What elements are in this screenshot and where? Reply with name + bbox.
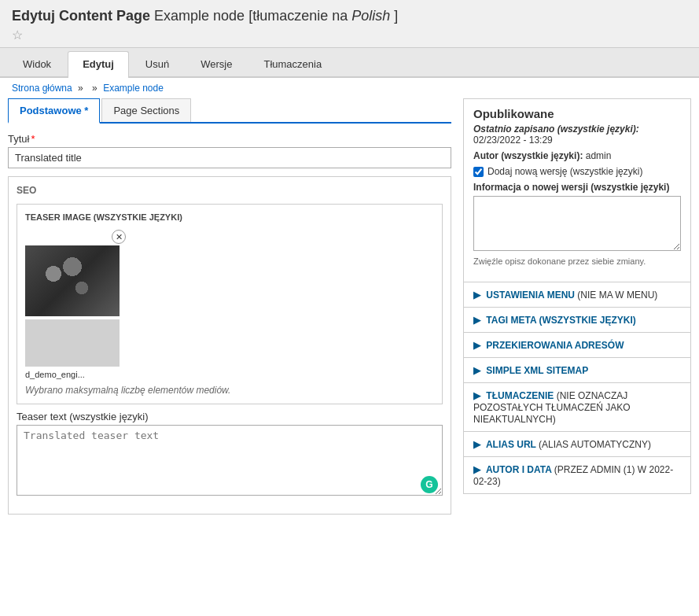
title-label: Tytuł* bbox=[8, 133, 451, 145]
new-version-checkbox-row: Dodaj nową wersję (wszystkie języki) bbox=[473, 166, 681, 177]
image-placeholder bbox=[25, 319, 120, 367]
main-layout: Podstawowe * Page Sections Tytuł* SEO TE… bbox=[0, 98, 699, 530]
chevron-right-icon: ▶ bbox=[473, 390, 480, 401]
page-header: Edytuj Content Page Example node [tłumac… bbox=[0, 0, 699, 48]
author-row: Autor (wszystkie języki): admin bbox=[473, 150, 681, 161]
teaser-text-label: Teaser text (wszystkie języki) bbox=[17, 411, 443, 422]
teaser-textarea-wrapper: G bbox=[17, 425, 443, 498]
accordion-sitemap[interactable]: ▶ SIMPLE XML SITEMAP bbox=[463, 358, 691, 383]
image-filename: d_demo_engi... bbox=[25, 370, 127, 379]
chevron-right-icon: ▶ bbox=[473, 439, 480, 450]
version-info-label: Informacja o nowej wersji (wszystkie jęz… bbox=[473, 182, 681, 193]
seo-box: SEO TEASER IMAGE (WSZYSTKIE JĘZYKI) ✕ d_… bbox=[8, 176, 451, 515]
accordion-przekierowania[interactable]: ▶ PRZEKIEROWANIA ADRESÓW bbox=[463, 333, 691, 358]
image-thumb-container: ✕ d_demo_engi... bbox=[25, 228, 127, 379]
engine-image bbox=[25, 245, 120, 316]
teaser-image-title: TEASER IMAGE (WSZYSTKIE JĘZYKI) bbox=[25, 212, 434, 222]
page-title: Edytuj Content Page Example node [tłumac… bbox=[12, 8, 687, 24]
image-close-button[interactable]: ✕ bbox=[112, 230, 126, 244]
tab-wersje[interactable]: Wersje bbox=[186, 51, 247, 76]
version-hint: Zwięźle opisz dokonane przez siebie zmia… bbox=[473, 256, 681, 266]
media-max-message: Wybrano maksymalną liczbę elementów medi… bbox=[25, 385, 434, 396]
tab-tlumaczenia[interactable]: Tłumaczenia bbox=[248, 51, 337, 76]
breadcrumb-node[interactable]: Example node bbox=[103, 83, 164, 94]
accordion-alias-url[interactable]: ▶ ALIAS URL (Alias automatyczny) bbox=[463, 432, 691, 457]
chevron-right-icon: ▶ bbox=[473, 315, 480, 326]
chevron-right-icon: ▶ bbox=[473, 340, 480, 351]
breadcrumb-home[interactable]: Strona główna bbox=[12, 83, 72, 94]
teaser-text-field-group: Teaser text (wszystkie języki) G bbox=[17, 411, 443, 498]
accordion-tagi-meta[interactable]: ▶ TAGI META (WSZYSTKIE JĘZYKI) bbox=[463, 308, 691, 333]
new-version-checkbox[interactable] bbox=[473, 167, 484, 177]
tab-widok[interactable]: Widok bbox=[8, 51, 66, 76]
publish-box: Opublikowane Ostatnio zapisano (wszystki… bbox=[463, 98, 691, 282]
chevron-right-icon: ▶ bbox=[473, 464, 480, 475]
accordion-autor-data[interactable]: ▶ AUTOR I DATA (Przez admin (1) w 2022-0… bbox=[463, 457, 691, 494]
author-value: admin bbox=[586, 150, 612, 161]
seo-title: SEO bbox=[17, 185, 443, 196]
left-panel: Podstawowe * Page Sections Tytuł* SEO TE… bbox=[8, 98, 451, 522]
tab-usun[interactable]: Usuń bbox=[131, 51, 184, 76]
chevron-right-icon: ▶ bbox=[473, 365, 480, 376]
last-saved-label: Ostatnio zapisano (wszystkie języki): bbox=[473, 124, 681, 135]
tab-podstawowe[interactable]: Podstawowe * bbox=[8, 98, 100, 124]
accordion-ustawienia-menu[interactable]: ▶ USTAWIENIA MENU (Nie ma w menu) bbox=[463, 282, 691, 308]
last-saved-date: 02/23/2022 - 13:29 bbox=[473, 135, 681, 146]
new-version-label: Dodaj nową wersję (wszystkie języki) bbox=[487, 166, 642, 177]
nav-tabs: Widok Edytuj Usuń Wersje Tłumaczenia bbox=[0, 48, 699, 78]
breadcrumb: Strona główna » » Example node bbox=[0, 78, 699, 98]
teaser-text-input[interactable] bbox=[17, 425, 443, 496]
breadcrumb-sep1: » bbox=[78, 83, 83, 94]
title-field-group: Tytuł* bbox=[8, 133, 451, 168]
publish-title: Opublikowane bbox=[473, 107, 681, 120]
tab-edytuj[interactable]: Edytuj bbox=[68, 51, 129, 78]
accordion-tlumaczenie[interactable]: ▶ TŁUMACZENIE (Nie oznaczaj pozostałych … bbox=[463, 383, 691, 432]
image-thumbnail bbox=[25, 245, 120, 316]
right-panel: Opublikowane Ostatnio zapisano (wszystki… bbox=[463, 98, 691, 522]
grammarly-icon[interactable]: G bbox=[421, 476, 438, 493]
chevron-right-icon: ▶ bbox=[473, 290, 480, 301]
breadcrumb-sep2: » bbox=[92, 83, 97, 94]
star-icon[interactable]: ☆ bbox=[12, 28, 23, 42]
teaser-image-section: TEASER IMAGE (WSZYSTKIE JĘZYKI) ✕ d_demo… bbox=[17, 204, 443, 404]
tab-page-sections[interactable]: Page Sections bbox=[101, 98, 191, 122]
version-info-textarea[interactable] bbox=[473, 196, 681, 251]
title-input[interactable] bbox=[8, 147, 451, 168]
inner-tabs: Podstawowe * Page Sections bbox=[8, 98, 451, 124]
